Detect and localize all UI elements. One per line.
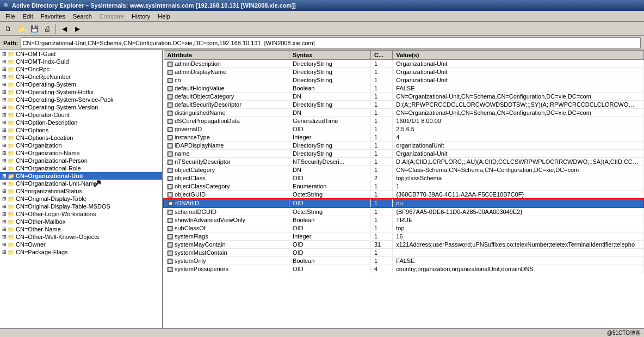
expand-icon[interactable]: ⊞ — [2, 74, 7, 79]
expand-icon[interactable]: ⊞ — [2, 249, 7, 255]
table-row[interactable]: 🔲distinguishedNameDN1CN=Organizational-U… — [164, 109, 643, 117]
expand-icon[interactable]: ⊞ — [2, 120, 7, 125]
col-attribute[interactable]: Attribute — [164, 51, 289, 60]
table-row[interactable]: 🔲objectGUIDOctetString1{360CB770-39A0-4C… — [164, 191, 643, 199]
tree-item[interactable]: ⊞ 📁 CN=Other-Name — [0, 225, 162, 233]
tree-item[interactable]: ⊞ 📁 CN=Other-Login-Workstations — [0, 210, 162, 218]
cell-value: 1601/1/1 8:00:00 — [393, 117, 643, 125]
table-row[interactable]: 🔲subClassOfOID1top — [164, 224, 643, 232]
expand-icon[interactable]: ⊞ — [2, 143, 7, 148]
expand-icon[interactable]: ⊞ — [2, 89, 7, 95]
table-row[interactable]: 🔲systemFlagsInteger116 — [164, 232, 643, 241]
attr-icon: 🔲 — [167, 176, 173, 181]
back-button[interactable]: ◀ — [58, 23, 70, 35]
tree-item[interactable]: ⊞ 📁 CN=OncRpcNumber — [0, 73, 162, 81]
menu-item-search[interactable]: Search — [70, 13, 95, 20]
expand-icon[interactable]: ⊞ — [2, 135, 7, 140]
tree-item[interactable]: ⊞ 📁 CN=Operating-System — [0, 81, 162, 88]
expand-icon[interactable]: ⊞ — [2, 59, 7, 64]
tree-item[interactable]: ⊞ 📁 CN=Original-Display-Table — [0, 195, 162, 203]
menu-item-help[interactable]: Help — [154, 13, 174, 20]
expand-icon[interactable]: ⊞ — [2, 150, 7, 156]
expand-icon[interactable]: ⊞ — [2, 211, 7, 217]
table-row[interactable]: 🔲cnDirectoryString1Organizational-Unit — [164, 76, 643, 84]
tree-item[interactable]: ⊞ 📁 CN=Organizational-Unit-Name ↗ — [0, 180, 162, 187]
tree-item[interactable]: ⊞ 📁 CN=Other-Well-Known-Objects — [0, 233, 162, 241]
tree-item[interactable]: ⊞ 📁 CN=Operating-System-Service-Pack — [0, 96, 162, 103]
table-row[interactable]: 🔲rDNAttIDOID1ou — [164, 199, 643, 207]
tree-item[interactable]: ⊞ 📁 CN=Option-Description — [0, 119, 162, 126]
print-button[interactable]: 🖨 — [41, 23, 53, 35]
table-row[interactable]: 🔲systemMayContainOID31x121Address;userPa… — [164, 241, 643, 249]
expand-icon[interactable]: ⊞ — [2, 66, 7, 72]
table-row[interactable]: 🔲schemaIDGUIDOctetString1{BF967AA5-0DE6-… — [164, 207, 643, 216]
expand-icon[interactable]: ⊞ — [2, 127, 7, 133]
table-row[interactable]: 🔲objectClassCategoryEnumeration11 — [164, 182, 643, 191]
tree-item[interactable]: ⊞ 📁 CN=Organizational-Role — [0, 164, 162, 172]
table-row[interactable]: 🔲showInAdvancedViewOnlyBoolean1TRUE — [164, 216, 643, 224]
tree-item[interactable]: ⊞ 📁 CN=Options-Location — [0, 134, 162, 142]
tree-item[interactable]: ⊞ 📁 CN=OMT-Indx-Guid — [0, 58, 162, 65]
table-row[interactable]: 🔲systemOnlyBoolean1FALSE — [164, 257, 643, 265]
tree-item[interactable]: ⊞ 📁 CN=Operating-System-Version — [0, 103, 162, 111]
tree-item[interactable]: ⊞ 📁 CN=Organization-Name — [0, 149, 162, 157]
expand-icon[interactable]: ⊞ — [2, 51, 7, 57]
expand-icon[interactable]: ⊞ — [2, 196, 7, 201]
expand-icon[interactable]: ⊞ — [2, 234, 7, 240]
col-count[interactable]: C... — [370, 51, 392, 60]
table-row[interactable]: 🔲adminDescriptionDirectoryString1Organiz… — [164, 60, 643, 68]
tree-item[interactable]: ⊞ 📁 CN=organizationalStatus — [0, 187, 162, 195]
expand-icon[interactable]: ⊞ — [2, 112, 7, 118]
expand-icon[interactable]: ⊞ — [2, 219, 7, 224]
tree-item[interactable]: ⊞ 📁 CN=Package-Flags — [0, 248, 162, 256]
table-row[interactable]: 🔲nameDirectoryString1Organizational-Unit — [164, 150, 643, 158]
tree-item[interactable]: ⊞ 📁 CN=Operator-Count — [0, 111, 162, 119]
expand-icon[interactable]: ⊞ — [2, 105, 7, 110]
expand-icon[interactable]: ⊞ — [2, 181, 7, 186]
tree-item[interactable]: ⊞ 📁 CN=Options — [0, 126, 162, 134]
menu-item-history[interactable]: History — [128, 13, 153, 20]
table-row[interactable]: 🔲governsIDOID12.5.6.5 — [164, 125, 643, 133]
open-button[interactable]: 📁 — [15, 23, 27, 35]
forward-button[interactable]: ▶ — [71, 23, 83, 35]
expand-icon[interactable]: ⊞ — [2, 82, 7, 87]
expand-icon[interactable]: ⊞ — [2, 158, 7, 163]
expand-icon[interactable]: ⊞ — [2, 242, 7, 247]
expand-icon[interactable]: ⊞ — [2, 188, 7, 194]
table-row[interactable]: 🔲nTSecurityDescriptorNTSecurityDescri...… — [164, 158, 643, 166]
expand-icon[interactable]: ⊞ — [2, 166, 7, 171]
table-row[interactable]: 🔲systemPossuperiorsOID4country;organizat… — [164, 265, 643, 273]
col-syntax[interactable]: Syntax — [289, 51, 371, 60]
tree-item[interactable]: ⊞ 📁 CN=Operating-System-Hotfix — [0, 88, 162, 96]
table-row[interactable]: 🔲defaultObjectCategoryDN1CN=Organization… — [164, 93, 643, 101]
table-row[interactable]: 🔲instanceTypeInteger14 — [164, 133, 643, 142]
table-row[interactable]: 🔲lDAPDisplayNameDirectoryString1organiza… — [164, 142, 643, 150]
table-row[interactable]: 🔲dSCorePropagationDataGeneralizedTime116… — [164, 117, 643, 125]
expand-icon[interactable]: ⊞ — [2, 97, 7, 102]
menu-item-edit[interactable]: Edit — [20, 13, 36, 20]
save-button[interactable]: 💾 — [28, 23, 40, 35]
cell-syntax: OID — [289, 241, 371, 249]
tree-item-selected[interactable]: ⊞ 📁 CN=Organizational-Unit — [0, 172, 162, 180]
table-row[interactable]: 🔲defaultHidingValueBoolean1FALSE — [164, 84, 643, 93]
table-row[interactable]: 🔲objectClassOID2top;classSchema — [164, 174, 643, 182]
tree-item[interactable]: ⊞ 📁 CN=Owner — [0, 241, 162, 248]
menu-item-file[interactable]: File — [2, 13, 18, 20]
col-value[interactable]: Value(s) — [393, 51, 643, 60]
table-row[interactable]: 🔲objectCategoryDN1CN=Class-Schema,CN=Sch… — [164, 166, 643, 174]
tree-item[interactable]: ⊞ 📁 CN=OMT-Guid — [0, 50, 162, 58]
table-row[interactable]: 🔲systemMustContainOID1 — [164, 249, 643, 257]
tree-item[interactable]: ⊞ 📁 CN=Other-Mailbox — [0, 218, 162, 225]
table-row[interactable]: 🔲defaultSecurityDescriptorDirectoryStrin… — [164, 101, 643, 109]
new-button[interactable]: 🗋 — [2, 23, 14, 35]
expand-icon[interactable]: ⊞ — [2, 226, 7, 232]
path-input[interactable] — [21, 38, 641, 48]
tree-item[interactable]: ⊞ 📁 CN=Organization — [0, 142, 162, 149]
expand-icon[interactable]: ⊞ — [2, 173, 7, 179]
tree-item[interactable]: ⊞ 📁 CN=Organizational-Person — [0, 157, 162, 164]
tree-item[interactable]: ⊞ 📁 CN=Original-Display-Table-MSDOS — [0, 203, 162, 210]
table-row[interactable]: 🔲adminDisplayNameDirectoryString1Organiz… — [164, 68, 643, 76]
menu-item-favorites[interactable]: Favorites — [38, 13, 69, 20]
expand-icon[interactable]: ⊞ — [2, 204, 7, 209]
tree-item[interactable]: ⊞ 📁 CN=OncRpc — [0, 65, 162, 73]
